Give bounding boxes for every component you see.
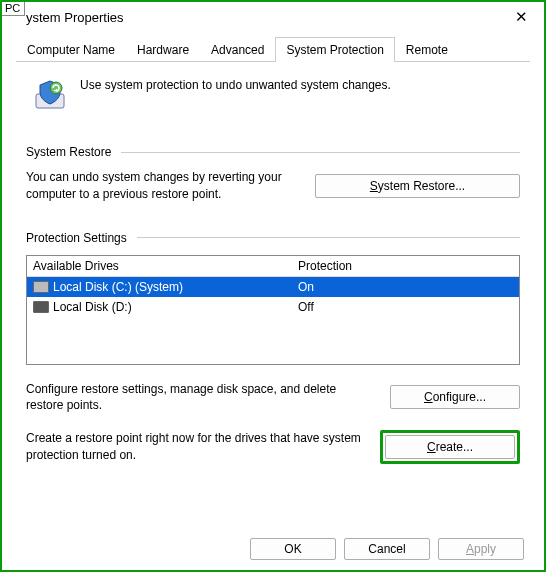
tab-computer-name[interactable]: Computer Name xyxy=(16,37,126,62)
configure-text: Configure restore settings, manage disk … xyxy=(26,381,372,415)
window-title: ystem Properties xyxy=(26,10,124,25)
drive-name: Local Disk (C:) (System) xyxy=(53,280,183,294)
create-button[interactable]: Create... xyxy=(385,435,515,459)
shield-icon xyxy=(32,78,68,117)
section-title-protection: Protection Settings xyxy=(26,231,127,245)
dialog-button-row: OK Cancel Apply xyxy=(250,538,524,560)
create-row: Create a restore point right now for the… xyxy=(26,430,520,464)
restore-row: You can undo system changes by reverting… xyxy=(26,169,520,203)
table-row[interactable]: Local Disk (D:) Off xyxy=(27,297,519,317)
disk-icon xyxy=(33,281,49,293)
ok-button[interactable]: OK xyxy=(250,538,336,560)
pc-corner-tag: PC xyxy=(0,0,25,16)
drive-table: Available Drives Protection Local Disk (… xyxy=(26,255,520,365)
create-text: Create a restore point right now for the… xyxy=(26,430,362,464)
configure-button[interactable]: Configure... xyxy=(390,385,520,409)
tab-pane: Use system protection to undo unwanted s… xyxy=(2,62,544,476)
close-icon[interactable]: ✕ xyxy=(509,8,534,26)
divider xyxy=(137,237,520,238)
disk-icon xyxy=(33,301,49,313)
tab-system-protection[interactable]: System Protection xyxy=(275,37,394,62)
tab-hardware[interactable]: Hardware xyxy=(126,37,200,62)
configure-row: Configure restore settings, manage disk … xyxy=(26,381,520,415)
col-header-protection: Protection xyxy=(298,259,513,273)
create-highlight: Create... xyxy=(380,430,520,464)
tab-advanced[interactable]: Advanced xyxy=(200,37,275,62)
apply-button[interactable]: Apply xyxy=(438,538,524,560)
divider xyxy=(121,152,520,153)
system-restore-button[interactable]: System Restore... xyxy=(315,174,520,198)
drive-protection: Off xyxy=(298,300,513,314)
section-title-restore: System Restore xyxy=(26,145,111,159)
tab-strip: Computer Name Hardware Advanced System P… xyxy=(16,36,530,62)
drive-name: Local Disk (D:) xyxy=(53,300,132,314)
table-header: Available Drives Protection xyxy=(27,256,519,277)
cancel-button[interactable]: Cancel xyxy=(344,538,430,560)
intro-text: Use system protection to undo unwanted s… xyxy=(80,78,391,92)
restore-text: You can undo system changes by reverting… xyxy=(26,169,297,203)
section-header-restore: System Restore xyxy=(26,145,520,159)
drive-protection: On xyxy=(298,280,513,294)
titlebar: ystem Properties ✕ xyxy=(2,2,544,32)
col-header-drives: Available Drives xyxy=(33,259,298,273)
section-header-protection: Protection Settings xyxy=(26,231,520,245)
table-row[interactable]: Local Disk (C:) (System) On xyxy=(27,277,519,297)
svg-point-1 xyxy=(50,82,62,94)
tab-remote[interactable]: Remote xyxy=(395,37,459,62)
intro-row: Use system protection to undo unwanted s… xyxy=(26,74,520,121)
